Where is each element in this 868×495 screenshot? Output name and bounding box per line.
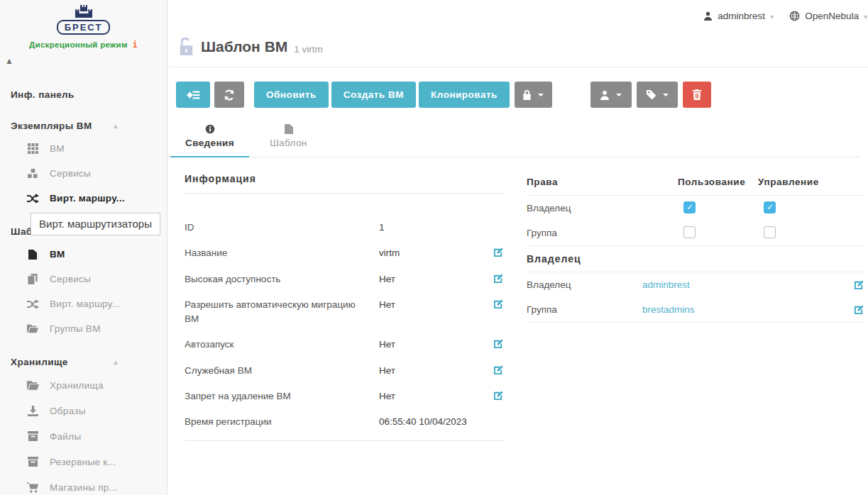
information-panel: Информация ID 1 Название virtm Высокая д…	[185, 173, 504, 441]
chevron-down-icon	[663, 94, 669, 99]
lock-dropdown-button[interactable]	[515, 82, 552, 108]
table-row: Запрет на удаление ВМ Нет	[185, 384, 504, 409]
delete-button[interactable]	[683, 82, 711, 108]
chevron-down-icon	[538, 94, 544, 99]
cubes-icon	[26, 169, 39, 179]
edit-icon[interactable]	[493, 247, 504, 257]
chevron-down-icon: ▾	[864, 11, 867, 21]
update-button[interactable]: Обновить	[254, 82, 329, 108]
zone-menu[interactable]: OpenNebula ▾	[789, 11, 867, 21]
table-row: Время регистрации 06:55:40 10/04/2023	[185, 409, 504, 435]
change-owner-dropdown-button[interactable]	[590, 82, 632, 108]
chevron-down-icon: ▾	[770, 11, 774, 21]
page-header: Шаблон ВМ 1 virtm	[178, 38, 323, 55]
sidebar-item-services[interactable]: Сервисы	[0, 161, 167, 186]
folder-icon	[26, 324, 39, 333]
sidebar-collapse-arrow-icon[interactable]: ▲	[5, 56, 13, 66]
panel-divider	[527, 322, 864, 323]
checkbox-group-use[interactable]	[683, 226, 696, 238]
sidebar: БРЕСТ Дискреционный режимi ▲ Инф. панель…	[0, 0, 167, 495]
security-mode-label: Дискреционный режим	[29, 40, 128, 49]
labels-dropdown-button[interactable]	[637, 82, 678, 108]
column-header-manage: Управление	[758, 177, 864, 187]
checkbox-group-manage[interactable]	[764, 226, 776, 238]
brand-logo: БРЕСТ Дискреционный режимi	[0, 0, 167, 50]
permissions-title: Права	[527, 177, 678, 187]
sidebar-item-virtual-routers[interactable]: Вирт. маршру...	[0, 186, 167, 211]
tag-icon	[646, 89, 657, 100]
permissions-ownership-panel: Права Пользование Управление Владелец Гр…	[527, 173, 864, 441]
sidebar-nav: Инф. панель Экземпляры ВМ ▲ ВМ Сервисы В…	[0, 84, 167, 495]
sidebar-item-template-vms[interactable]: ВМ	[0, 242, 167, 267]
panel-divider	[185, 440, 504, 441]
table-row: Группа brestadmins	[527, 297, 864, 322]
owner-link[interactable]: adminbrest	[642, 279, 846, 290]
back-to-list-icon	[187, 90, 200, 100]
checkbox-owner-use[interactable]	[683, 201, 696, 213]
info-circle-icon	[205, 124, 215, 134]
unlock-icon	[178, 38, 194, 55]
sidebar-item-marketplaces[interactable]: Магазины пр...	[0, 474, 167, 495]
edit-icon[interactable]	[493, 390, 504, 401]
trash-icon	[692, 89, 702, 100]
instantiate-vm-button[interactable]: Создать ВМ	[331, 82, 416, 108]
download-icon	[26, 406, 39, 416]
edit-icon[interactable]	[493, 273, 504, 284]
table-row: Разрешить автоматическую миграцию ВМ Нет	[185, 292, 504, 333]
tab-bar: Сведения Шаблон	[168, 121, 861, 157]
lock-icon	[522, 89, 532, 100]
user-menu[interactable]: adminbrest ▾	[703, 11, 774, 21]
sidebar-section-vm-instances[interactable]: Экземпляры ВМ ▲	[0, 115, 167, 136]
grid-icon	[26, 143, 39, 154]
person-icon	[703, 11, 713, 21]
page-title: Шаблон ВМ	[201, 38, 287, 55]
zone-label: OpenNebula	[805, 11, 859, 21]
sidebar-item-template-virtual-routers[interactable]: Вирт. маршру...	[0, 291, 167, 316]
cart-icon	[26, 482, 39, 493]
sidebar-item-datastores[interactable]: Хранилища	[0, 372, 167, 398]
clone-button[interactable]: Клонировать	[419, 82, 510, 108]
edit-icon[interactable]	[493, 365, 504, 375]
sidebar-item-vm-groups[interactable]: Группы ВМ	[0, 316, 167, 341]
back-to-list-button[interactable]	[176, 82, 210, 108]
toolbar: Обновить Создать ВМ Клонировать	[176, 82, 711, 108]
info-mark-icon[interactable]: i	[133, 40, 138, 50]
page-subtitle: 1 virtm	[294, 39, 323, 55]
sidebar-item-vms[interactable]: ВМ	[0, 136, 167, 161]
table-row: Автозапуск Нет	[185, 332, 504, 357]
sidebar-item-dashboard[interactable]: Инф. панель	[0, 84, 167, 105]
table-row: Название virtm	[185, 240, 504, 266]
sidebar-item-files[interactable]: Файлы	[0, 423, 167, 449]
archive-icon	[26, 457, 39, 467]
topbar: adminbrest ▾ OpenNebula ▾	[703, 11, 867, 21]
refresh-button[interactable]	[214, 82, 244, 108]
content: Информация ID 1 Название virtm Высокая д…	[185, 173, 864, 441]
edit-icon[interactable]	[493, 338, 504, 349]
edit-icon[interactable]	[854, 304, 864, 315]
section-collapse-icon: ▲	[112, 122, 119, 130]
section-collapse-icon: ▲	[112, 358, 119, 366]
sidebar-section-storage[interactable]: Хранилище ▲	[0, 351, 167, 372]
folder-open-icon	[26, 381, 39, 390]
tab-template[interactable]: Шаблон	[249, 121, 328, 157]
tab-info[interactable]: Сведения	[170, 121, 249, 157]
shuffle-icon	[26, 299, 39, 309]
edit-icon[interactable]	[493, 299, 504, 309]
sidebar-item-template-services[interactable]: Сервисы	[0, 267, 167, 291]
table-row: ID 1	[185, 215, 504, 240]
information-title: Информация	[185, 173, 504, 194]
refresh-icon	[224, 89, 235, 101]
sidebar-item-images[interactable]: Образы	[0, 398, 167, 423]
sidebar-item-backups[interactable]: Резервные к...	[0, 449, 167, 474]
table-row: Владелец	[527, 196, 864, 221]
table-row: Группа	[527, 221, 864, 245]
user-label: adminbrest	[718, 11, 765, 21]
file-icon	[26, 250, 39, 260]
header-divider	[168, 67, 868, 67]
table-row: Служебная ВМ Нет	[185, 358, 504, 384]
person-icon	[600, 90, 610, 100]
group-link[interactable]: brestadmins	[642, 304, 846, 315]
brand-logo-text: БРЕСТ	[57, 20, 111, 35]
checkbox-owner-manage[interactable]	[764, 201, 776, 213]
edit-icon[interactable]	[854, 279, 864, 290]
